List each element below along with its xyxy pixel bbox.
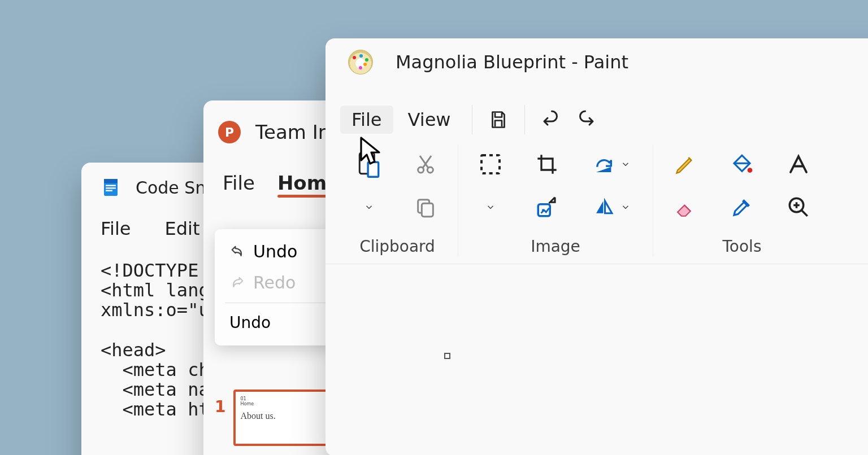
popup-separator <box>225 303 329 303</box>
svg-rect-2 <box>106 185 116 186</box>
ribbon-group-clipboard: Clipboard <box>337 145 458 257</box>
paint-ribbon: Clipboard <box>326 142 868 264</box>
slide-number: 1 <box>215 397 225 416</box>
powerpoint-icon: P <box>218 121 241 143</box>
thumb-title: About us. <box>240 411 323 421</box>
save-button[interactable] <box>483 104 514 135</box>
redo-button[interactable] <box>570 104 602 135</box>
crop-button[interactable] <box>527 146 567 182</box>
paint-window: Magnolia Blueprint - Paint File View <box>326 38 868 455</box>
powerpoint-context-popup: Undo Redo Undo <box>215 229 339 345</box>
paint-titlebar: Magnolia Blueprint - Paint <box>326 38 868 77</box>
notepad-menu-edit[interactable]: Edit <box>165 218 200 239</box>
picker-tool[interactable] <box>722 189 762 225</box>
undo-button[interactable] <box>535 104 567 135</box>
undo-label: Undo <box>253 242 297 261</box>
powerpoint-popup-caption: Undo <box>219 308 335 338</box>
eraser-tool[interactable] <box>666 189 705 225</box>
redo-label: Redo <box>253 273 296 292</box>
ribbon-group-tools: Tools <box>653 145 831 257</box>
paint-menubar: File View <box>326 77 868 142</box>
paint-title: Magnolia Blueprint - Paint <box>396 51 628 73</box>
powerpoint-popup-redo: Redo <box>219 267 335 298</box>
svg-rect-12 <box>481 155 500 173</box>
paste-dropdown[interactable] <box>349 189 389 225</box>
svg-point-15 <box>748 168 753 173</box>
magnifier-tool[interactable] <box>779 189 818 225</box>
notepad-icon <box>101 177 121 198</box>
select-dropdown[interactable] <box>471 189 510 225</box>
svg-rect-1 <box>104 179 118 183</box>
rotate-button[interactable] <box>584 146 640 182</box>
menu-separator <box>472 105 472 134</box>
fill-tool[interactable] <box>722 146 762 182</box>
pencil-tool[interactable] <box>666 146 705 182</box>
paint-app-icon <box>348 50 373 75</box>
thumb-subtitle: Home <box>240 401 323 406</box>
powerpoint-popup-undo[interactable]: Undo <box>219 236 335 267</box>
svg-rect-11 <box>422 203 433 216</box>
select-button[interactable] <box>471 146 510 182</box>
powerpoint-title: Team In <box>255 121 330 143</box>
ribbon-group-image: Image <box>458 145 653 257</box>
paint-menu-file[interactable]: File <box>340 106 393 134</box>
menu-separator <box>524 105 525 134</box>
svg-rect-7 <box>368 162 379 177</box>
svg-rect-4 <box>106 190 112 191</box>
tools-group-label: Tools <box>723 229 762 257</box>
paint-menu-view[interactable]: View <box>397 106 462 134</box>
copy-button[interactable] <box>406 189 445 225</box>
svg-rect-3 <box>106 187 116 189</box>
powerpoint-slide-panel: 1 01 Home About us. <box>215 390 329 446</box>
text-tool[interactable] <box>779 146 818 182</box>
resize-button[interactable] <box>527 189 567 225</box>
canvas-resize-handle[interactable] <box>444 353 450 359</box>
thumb-tiny: 01 <box>240 396 323 401</box>
clipboard-group-label: Clipboard <box>359 229 435 257</box>
paste-button[interactable] <box>349 146 389 182</box>
flip-button[interactable] <box>584 189 640 225</box>
powerpoint-tab-file[interactable]: File <box>223 172 255 194</box>
notepad-menu-file[interactable]: File <box>101 218 131 239</box>
cut-button[interactable] <box>406 146 445 182</box>
image-group-label: Image <box>531 229 580 257</box>
slide-thumbnail[interactable]: 01 Home About us. <box>233 390 329 446</box>
